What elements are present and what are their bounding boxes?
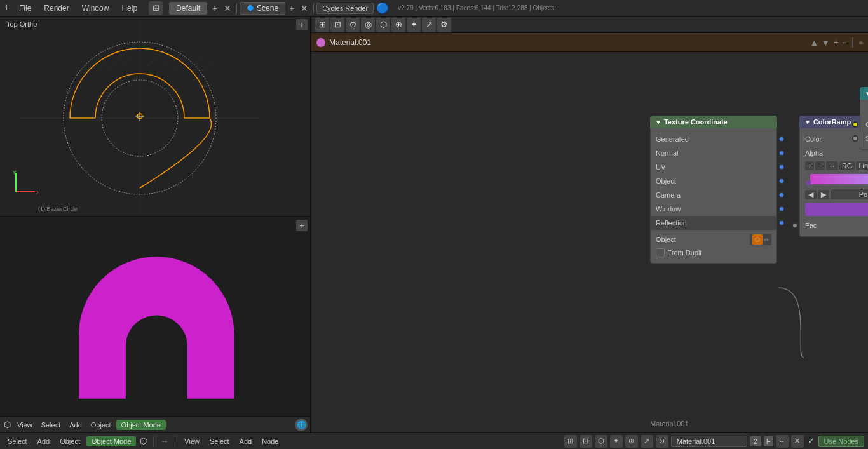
close-workspace-btn[interactable]: ✕ (221, 2, 234, 15)
ne-icon-5[interactable]: ⬡ (376, 18, 390, 32)
scroll-up-btn[interactable]: ▲ (810, 37, 818, 48)
ne-icon-1[interactable]: ⊞ (315, 18, 329, 32)
tb-select-btn[interactable]: Select (37, 420, 65, 430)
em-color-label: Color (865, 121, 868, 128)
tc-normal-socket[interactable] (778, 150, 785, 156)
ne-icon-2[interactable]: ⊡ (330, 18, 344, 32)
emission-node[interactable]: ▼ Emission Emission Color Strength: (860, 87, 868, 150)
tb-object-btn[interactable]: Object (87, 420, 115, 430)
tb-mode-selector[interactable]: Object Mode (116, 420, 166, 430)
tb-globe-btn[interactable]: 🌐 (295, 419, 308, 431)
tc-object-socket[interactable] (778, 178, 785, 184)
ne-icon-4[interactable]: ◎ (361, 18, 375, 32)
bb-mode-icon[interactable]: ⬡ (139, 436, 148, 446)
cr-color-preview[interactable] (805, 203, 868, 216)
tc-generated-socket[interactable] (778, 136, 785, 142)
bb-object-btn[interactable]: Object (56, 436, 84, 446)
bb-add-btn[interactable]: Add (34, 436, 54, 446)
bb-select-btn[interactable]: Select (4, 436, 31, 446)
cr-interp-btn[interactable]: Lin (856, 161, 868, 170)
use-nodes-btn[interactable]: Use Nodes (818, 436, 864, 447)
ne-icon-6[interactable]: ⊕ (391, 18, 405, 32)
texture-coordinate-node[interactable]: ▼ Texture Coordinate Generated Normal UV (650, 116, 777, 264)
scroll-down-btn[interactable]: ▼ (821, 37, 830, 48)
menu-help[interactable]: Help (115, 3, 144, 14)
blender-info-icon: ℹ (0, 4, 13, 12)
tc-reflection-socket[interactable] (778, 220, 785, 226)
color-ramp-node[interactable]: ▼ ColorRamp Color Alpha (799, 116, 868, 237)
bb-ne-node-btn[interactable]: Node (258, 436, 282, 446)
bb-f-btn[interactable]: F (764, 436, 773, 446)
tc-node-header: ▼ Texture Coordinate (650, 116, 777, 128)
cr-stop-left[interactable] (805, 181, 811, 187)
close-scene-btn[interactable]: ✕ (298, 2, 311, 15)
from-dupli-checkbox[interactable] (656, 248, 665, 257)
bb-icon-6[interactable]: ↗ (641, 435, 653, 448)
cr-pos-controls: ◀ ▶ Pos: 1.000 (800, 188, 868, 201)
nodes-canvas[interactable]: ▼ Texture Coordinate Generated Normal UV (311, 52, 868, 432)
cr-colorspace-btn[interactable]: RG (839, 161, 855, 170)
viewport-top-add-btn[interactable]: + (296, 19, 308, 30)
scene-selector[interactable]: 🔷 Scene (240, 2, 285, 15)
tc-window-socket[interactable] (778, 206, 785, 212)
bb-icon-3[interactable]: ⬡ (595, 435, 607, 448)
material-add-btn[interactable]: + (834, 38, 838, 47)
tc-uv-socket[interactable] (778, 164, 785, 170)
menu-window[interactable]: Window (76, 3, 116, 14)
cr-pos-left-btn[interactable]: ◀ (805, 190, 817, 199)
viewport-3d-svg (0, 217, 310, 417)
tb-view-btn[interactable]: View (13, 420, 36, 430)
ne-icon-3[interactable]: ⊙ (346, 18, 360, 32)
cr-fac-socket[interactable] (792, 222, 798, 229)
ne-icon-9[interactable]: ⚙ (437, 18, 451, 32)
ne-icon-7[interactable]: ✦ (407, 18, 421, 32)
bb-x-icon[interactable]: ✕ (791, 435, 804, 448)
viewport-left-panel: Top Ortho + (0, 17, 311, 432)
viewport-mode-icon[interactable]: ⬡ (3, 420, 12, 429)
cr-pos-value[interactable]: Pos: 1.000 (831, 189, 868, 199)
bb-icon-4[interactable]: ✦ (610, 435, 623, 448)
menu-file[interactable]: File (13, 3, 37, 14)
add-scene-btn[interactable]: + (285, 2, 298, 15)
bb-layer-num[interactable]: 2 (750, 436, 761, 446)
top-menu-bar: ℹ File Render Window Help ⊞ Default + ✕ … (0, 0, 868, 17)
tc-camera-socket[interactable] (778, 192, 785, 198)
menu-render[interactable]: Render (37, 3, 75, 14)
cr-pos-right-btn[interactable]: ▶ (818, 190, 829, 199)
bb-mode-selector[interactable]: Object Mode (86, 436, 136, 446)
bb-material-selector[interactable]: Material.001 (671, 436, 747, 447)
em-color-socket[interactable] (852, 121, 858, 128)
bb-transform-icons[interactable]: ↔ (159, 436, 170, 446)
tb-add-btn[interactable]: Add (65, 420, 86, 430)
bb-ne-add-btn[interactable]: Add (236, 436, 256, 446)
cr-flip-btn[interactable]: ↔ (826, 161, 838, 170)
render-engine-selector[interactable]: Cycles Render (316, 3, 374, 14)
material-minus-btn[interactable]: − (842, 38, 846, 47)
bb-plus-icon[interactable]: + (776, 435, 789, 448)
bb-right-controls: ⊞ ⊡ ⬡ ✦ ⊕ ↗ ⊙ Material.001 2 F + ✕ ✓ Use… (564, 435, 864, 448)
bb-icon-1[interactable]: ⊞ (564, 435, 577, 448)
em-strength-socket[interactable] (852, 135, 858, 142)
cr-add-btn[interactable]: + (805, 161, 814, 170)
material-extra-btn[interactable]: ≡ (859, 39, 863, 46)
cr-node-title: ColorRamp (813, 118, 851, 126)
bb-ne-select-btn[interactable]: Select (206, 436, 233, 446)
em-emission-label-row: Emission (860, 104, 868, 117)
bb-ne-view-btn[interactable]: View (180, 436, 203, 446)
workspace-default[interactable]: Default (169, 2, 207, 15)
viewport-bottom-3d[interactable]: + (0, 217, 310, 417)
layout-icon[interactable]: ⊞ (149, 1, 163, 15)
bb-icon-5[interactable]: ⊕ (625, 435, 638, 448)
bb-check-icon: ✓ (806, 436, 816, 446)
pencil-icon[interactable]: ✏ (764, 236, 769, 243)
tc-object-selector[interactable]: ⬡ ✏ (750, 234, 771, 245)
bb-icon-2[interactable]: ⊡ (580, 435, 592, 448)
viewport-top-ortho[interactable]: Top Ortho + (0, 17, 310, 217)
bb-icon-snap[interactable]: ⊙ (656, 435, 668, 448)
from-dupli-label: From Dupli (667, 249, 702, 257)
ne-icon-8[interactable]: ↗ (422, 18, 436, 32)
axis-indicator: X Y (13, 170, 38, 197)
add-workspace-btn[interactable]: + (208, 2, 221, 15)
cr-ramp-bar[interactable] (810, 174, 868, 184)
cr-remove-btn[interactable]: − (815, 161, 824, 170)
